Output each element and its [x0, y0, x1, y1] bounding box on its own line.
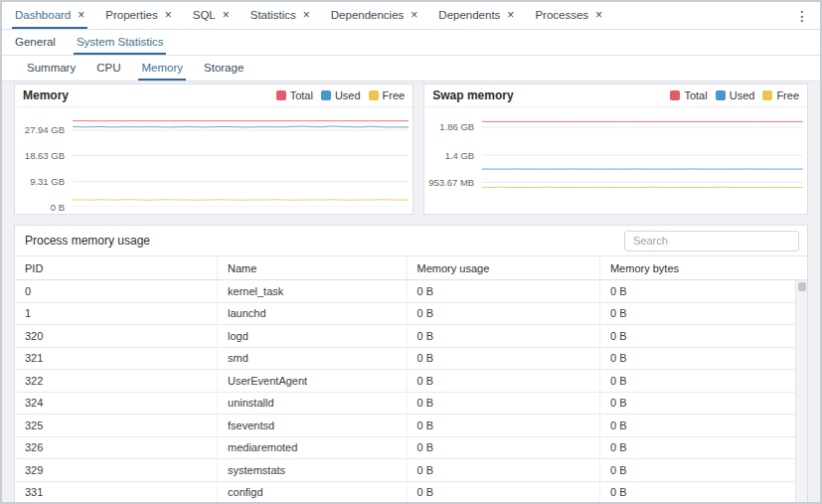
- legend-item-used[interactable]: Used: [321, 89, 361, 101]
- tab-dashboard[interactable]: Dashboard×: [12, 2, 87, 29]
- y-tick-label: 953.67 MB: [428, 177, 474, 188]
- close-icon[interactable]: ×: [165, 9, 172, 21]
- table-cell: 320: [15, 325, 218, 347]
- legend-label: Used: [730, 89, 755, 101]
- chart-plot-area: [73, 111, 409, 207]
- table-cell: uninstalld: [218, 393, 407, 415]
- tab-general[interactable]: General: [12, 30, 59, 55]
- tab-label: Processes: [535, 9, 588, 21]
- close-icon[interactable]: ×: [411, 9, 417, 21]
- table-cell: 321: [15, 348, 218, 370]
- table-row[interactable]: 321smd0 B0 B: [15, 348, 807, 371]
- tab-label: Dependents: [438, 9, 500, 21]
- table-row[interactable]: 322UserEventAgent0 B0 B: [15, 370, 807, 393]
- legend-label: Free: [383, 89, 406, 101]
- table-cell: 0 B: [408, 459, 600, 481]
- legend-label: Free: [776, 89, 799, 101]
- legend-item-free[interactable]: Free: [762, 89, 799, 101]
- table-cell: 0 B: [408, 393, 600, 415]
- table-cell: 0 B: [600, 280, 807, 302]
- tab-label: Storage: [204, 62, 244, 74]
- chart-plot-area: [482, 111, 803, 207]
- table-cell: launchd: [218, 303, 407, 325]
- column-header-memory-bytes[interactable]: Memory bytes: [600, 256, 807, 279]
- column-header-name[interactable]: Name: [218, 256, 407, 279]
- table-cell: 0 B: [600, 482, 807, 504]
- table-cell: systemstats: [218, 459, 407, 481]
- line-chart-svg: [73, 111, 409, 207]
- table-row[interactable]: 320logd0 B0 B: [15, 325, 807, 348]
- table-cell: kernel_task: [218, 280, 407, 302]
- table-cell: 331: [15, 482, 218, 504]
- kebab-menu-icon[interactable]: ⋮: [790, 6, 814, 26]
- table-row[interactable]: 1launchd0 B0 B: [15, 303, 807, 326]
- charts-row: Memory TotalUsedFree 27.94 GB18.63 GB9.3…: [14, 84, 808, 215]
- legend-label: Total: [290, 89, 313, 101]
- tab-statistics[interactable]: Statistics×: [247, 2, 313, 29]
- table-row[interactable]: 331configd0 B0 B: [15, 482, 807, 504]
- tab-properties[interactable]: Properties×: [102, 2, 174, 29]
- process-memory-usage-panel: Process memory usage PIDNameMemory usage…: [14, 225, 808, 504]
- free-swatch-icon: [369, 90, 379, 100]
- column-header-pid[interactable]: PID: [15, 256, 218, 279]
- tab-sql[interactable]: SQL×: [190, 2, 233, 29]
- table-cell: 1: [15, 303, 218, 325]
- close-icon[interactable]: ×: [507, 9, 514, 21]
- dashboard-tab-bar: GeneralSystem Statistics: [2, 30, 820, 56]
- legend-label: Total: [684, 89, 707, 101]
- search-input[interactable]: [624, 231, 799, 252]
- close-icon[interactable]: ×: [78, 9, 84, 21]
- vertical-scrollbar[interactable]: [795, 280, 807, 503]
- tab-storage[interactable]: Storage: [201, 56, 247, 81]
- tab-label: Dependencies: [331, 9, 405, 21]
- table-row[interactable]: 325fseventsd0 B0 B: [15, 415, 807, 437]
- close-icon[interactable]: ×: [303, 9, 310, 21]
- table-cell: logd: [218, 325, 407, 347]
- tab-summary[interactable]: Summary: [24, 56, 79, 81]
- tab-label: Dashboard: [15, 9, 71, 21]
- tab-cpu[interactable]: CPU: [93, 56, 123, 81]
- legend-item-total[interactable]: Total: [276, 89, 313, 101]
- memory-chart-legend: TotalUsedFree: [276, 89, 406, 101]
- legend-item-used[interactable]: Used: [716, 89, 755, 101]
- y-axis-labels: 27.94 GB18.63 GB9.31 GB0 B: [15, 111, 71, 207]
- tab-memory[interactable]: Memory: [138, 56, 186, 81]
- tab-system-statistics[interactable]: System Statistics: [74, 30, 167, 55]
- table-row[interactable]: 0kernel_task0 B0 B: [15, 280, 807, 303]
- main-tabs-container: Dashboard×Properties×SQL×Statistics×Depe…: [12, 2, 620, 29]
- memory-chart-body: 27.94 GB18.63 GB9.31 GB0 B: [15, 107, 412, 214]
- table-row[interactable]: 324uninstalld0 B0 B: [15, 393, 807, 416]
- tab-label: Memory: [141, 62, 183, 74]
- table-row[interactable]: 329systemstats0 B0 B: [15, 459, 807, 482]
- table-cell: 0 B: [408, 415, 600, 436]
- table-cell: 0 B: [408, 348, 600, 370]
- used-swatch-icon: [321, 90, 331, 100]
- legend-item-free[interactable]: Free: [369, 89, 406, 101]
- y-tick-label: 27.94 GB: [25, 124, 65, 135]
- memory-chart-header: Memory TotalUsedFree: [15, 84, 412, 107]
- tab-dependents[interactable]: Dependents×: [435, 2, 517, 29]
- table-cell: 329: [15, 459, 218, 481]
- table-cell: 0 B: [408, 482, 600, 504]
- table-cell: smd: [218, 348, 407, 370]
- table-row[interactable]: 326mediaremoted0 B0 B: [15, 437, 807, 460]
- tab-label: General: [15, 36, 56, 48]
- table-cell: mediaremoted: [218, 437, 407, 459]
- used-swatch-icon: [716, 90, 726, 100]
- table-cell: 0 B: [408, 325, 600, 347]
- scrollbar-thumb[interactable]: [798, 282, 806, 291]
- system-statistics-tab-bar: SummaryCPUMemoryStorage: [2, 56, 820, 82]
- legend-item-total[interactable]: Total: [670, 89, 707, 101]
- tab-dependencies[interactable]: Dependencies×: [328, 2, 421, 29]
- process-table-body: 0kernel_task0 B0 B1launchd0 B0 B320logd0…: [15, 280, 807, 503]
- total-swatch-icon: [276, 90, 286, 100]
- y-tick-label: 0 B: [51, 202, 65, 213]
- close-icon[interactable]: ×: [223, 9, 230, 21]
- table-cell: 0 B: [600, 348, 807, 370]
- column-header-memory-usage[interactable]: Memory usage: [408, 256, 600, 279]
- tab-processes[interactable]: Processes×: [532, 2, 605, 29]
- close-icon[interactable]: ×: [595, 9, 602, 21]
- total-swatch-icon: [670, 90, 680, 100]
- tab-label: Summary: [27, 62, 76, 74]
- statistics-tabs-container: SummaryCPUMemoryStorage: [24, 56, 261, 81]
